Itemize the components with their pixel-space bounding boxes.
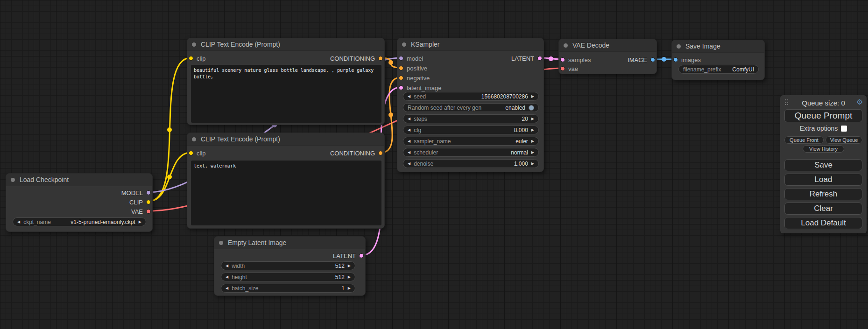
cfg-widget[interactable]: ◀ cfg 8.000 ▶ xyxy=(403,126,539,134)
denoise-widget[interactable]: ◀ denoise 1.000 ▶ xyxy=(403,159,539,168)
conditioning-port-icon[interactable] xyxy=(399,76,403,80)
collapse-dot-icon[interactable] xyxy=(219,241,223,245)
extra-options-checkbox[interactable] xyxy=(841,126,847,132)
random-seed-toggle[interactable] xyxy=(529,105,534,111)
conditioning-port-icon[interactable] xyxy=(378,56,383,61)
output-image[interactable]: IMAGE xyxy=(628,56,655,63)
queue-prompt-button[interactable]: Queue Prompt xyxy=(784,109,862,122)
node-ksampler[interactable]: KSampler model positive negative latent_… xyxy=(397,38,544,172)
increment-arrow-icon[interactable]: ▶ xyxy=(531,151,534,154)
view-history-button[interactable]: View History xyxy=(803,145,844,153)
decrement-arrow-icon[interactable]: ◀ xyxy=(408,162,410,166)
input-positive[interactable]: positive xyxy=(399,65,427,71)
latent-port-icon[interactable] xyxy=(359,253,364,258)
decrement-arrow-icon[interactable]: ◀ xyxy=(408,117,410,121)
node-title-bar[interactable]: CLIP Text Encode (Prompt) xyxy=(187,38,384,51)
view-queue-button[interactable]: View Queue xyxy=(826,136,862,144)
clip-port-icon[interactable] xyxy=(146,200,151,204)
random-seed-widget[interactable]: Random seed after every gen enabled xyxy=(403,103,539,112)
steps-widget[interactable]: ◀ steps 20 ▶ xyxy=(403,114,539,123)
vae-port-icon[interactable] xyxy=(560,66,565,71)
prompt-textarea[interactable]: text, watermark xyxy=(191,161,381,225)
refresh-button[interactable]: Refresh xyxy=(784,188,862,200)
height-widget[interactable]: ◀ height 512 ▶ xyxy=(221,273,355,281)
ckpt-name-widget[interactable]: ◀ ckpt_name v1-5-pruned-emaonly.ckpt ▶ xyxy=(13,217,146,226)
node-load-checkpoint[interactable]: Load Checkpoint MODEL CLIP VAE ◀ ckpt_na… xyxy=(6,173,153,232)
node-title-bar[interactable]: Save Image xyxy=(672,40,764,53)
load-default-button[interactable]: Load Default xyxy=(784,217,862,229)
scheduler-widget[interactable]: ◀ scheduler normal ▶ xyxy=(403,148,539,157)
collapse-dot-icon[interactable] xyxy=(564,43,568,48)
latent-port-icon[interactable] xyxy=(399,85,403,90)
node-vae-decode[interactable]: VAE Decode samples vae IMAGE xyxy=(558,39,657,74)
collapse-dot-icon[interactable] xyxy=(192,42,196,47)
output-conditioning[interactable]: CONDITIONING xyxy=(330,55,383,62)
decrement-arrow-icon[interactable]: ◀ xyxy=(17,220,20,224)
input-latent-image[interactable]: latent_image xyxy=(399,84,441,91)
output-conditioning[interactable]: CONDITIONING xyxy=(330,150,383,156)
clip-port-icon[interactable] xyxy=(189,151,193,155)
increment-arrow-icon[interactable]: ▶ xyxy=(531,117,534,121)
input-model[interactable]: model xyxy=(399,55,423,62)
output-vae[interactable]: VAE xyxy=(131,208,151,215)
clip-port-icon[interactable] xyxy=(189,56,193,61)
node-title-bar[interactable]: Empty Latent Image xyxy=(214,237,365,249)
collapse-dot-icon[interactable] xyxy=(192,137,196,141)
settings-gear-icon[interactable]: ⚙ xyxy=(856,98,863,106)
save-button[interactable]: Save xyxy=(784,159,862,171)
model-port-icon[interactable] xyxy=(399,56,403,61)
image-port-icon[interactable] xyxy=(673,57,678,62)
decrement-arrow-icon[interactable]: ◀ xyxy=(408,151,410,154)
node-title-bar[interactable]: CLIP Text Encode (Prompt) xyxy=(187,133,384,146)
node-title-bar[interactable]: Load Checkpoint xyxy=(6,174,152,186)
output-clip[interactable]: CLIP xyxy=(129,199,151,205)
input-samples[interactable]: samples xyxy=(560,56,591,63)
node-title-bar[interactable]: VAE Decode xyxy=(559,39,656,52)
prompt-textarea[interactable]: beautiful scenery nature glass bottle la… xyxy=(191,65,381,123)
clear-button[interactable]: Clear xyxy=(784,203,862,215)
sampler-name-widget[interactable]: ◀ sampler_name euler ▶ xyxy=(403,137,539,146)
filename-prefix-widget[interactable]: filename_prefix ComfyUI xyxy=(678,65,759,74)
input-images[interactable]: images xyxy=(673,56,701,63)
queue-front-button[interactable]: Queue Front xyxy=(784,136,824,144)
input-negative[interactable]: negative xyxy=(399,75,430,81)
node-clip-text-encode-positive[interactable]: CLIP Text Encode (Prompt) clip CONDITION… xyxy=(187,38,385,125)
decrement-arrow-icon[interactable]: ◀ xyxy=(226,275,228,279)
increment-arrow-icon[interactable]: ▶ xyxy=(139,220,141,224)
seed-widget[interactable]: ◀ seed 156680208700286 ▶ xyxy=(403,92,539,101)
increment-arrow-icon[interactable]: ▶ xyxy=(531,128,534,132)
decrement-arrow-icon[interactable]: ◀ xyxy=(408,140,410,143)
load-button[interactable]: Load xyxy=(784,174,862,186)
conditioning-port-icon[interactable] xyxy=(378,151,383,155)
decrement-arrow-icon[interactable]: ◀ xyxy=(408,95,410,98)
increment-arrow-icon[interactable]: ▶ xyxy=(348,287,351,290)
conditioning-port-icon[interactable] xyxy=(399,66,403,70)
increment-arrow-icon[interactable]: ▶ xyxy=(531,162,534,166)
decrement-arrow-icon[interactable]: ◀ xyxy=(408,128,410,132)
decrement-arrow-icon[interactable]: ◀ xyxy=(226,287,228,290)
node-title-bar[interactable]: KSampler xyxy=(397,38,543,51)
batch-size-widget[interactable]: ◀ batch_size 1 ▶ xyxy=(221,284,355,293)
node-graph-canvas[interactable]: Load Checkpoint MODEL CLIP VAE ◀ ckpt_na… xyxy=(0,0,868,329)
latent-port-icon[interactable] xyxy=(537,56,542,61)
collapse-dot-icon[interactable] xyxy=(402,42,406,47)
decrement-arrow-icon[interactable]: ◀ xyxy=(226,264,228,268)
width-widget[interactable]: ◀ width 512 ▶ xyxy=(221,261,355,270)
increment-arrow-icon[interactable]: ▶ xyxy=(531,140,534,143)
image-port-icon[interactable] xyxy=(650,57,655,62)
latent-port-icon[interactable] xyxy=(560,57,565,62)
input-vae[interactable]: vae xyxy=(560,65,578,72)
output-model[interactable]: MODEL xyxy=(121,189,151,196)
increment-arrow-icon[interactable]: ▶ xyxy=(348,275,351,279)
input-clip[interactable]: clip xyxy=(189,55,206,62)
increment-arrow-icon[interactable]: ▶ xyxy=(531,95,534,98)
vae-port-icon[interactable] xyxy=(146,209,151,214)
node-clip-text-encode-negative[interactable]: CLIP Text Encode (Prompt) clip CONDITION… xyxy=(187,133,385,229)
increment-arrow-icon[interactable]: ▶ xyxy=(348,264,351,268)
model-port-icon[interactable] xyxy=(146,190,151,195)
node-save-image[interactable]: Save Image images filename_prefix ComfyU… xyxy=(671,40,765,80)
output-latent[interactable]: LATENT xyxy=(333,252,364,259)
input-clip[interactable]: clip xyxy=(189,150,206,156)
output-latent[interactable]: LATENT xyxy=(511,55,542,62)
node-empty-latent-image[interactable]: Empty Latent Image LATENT ◀ width 512 ▶ … xyxy=(214,236,366,296)
